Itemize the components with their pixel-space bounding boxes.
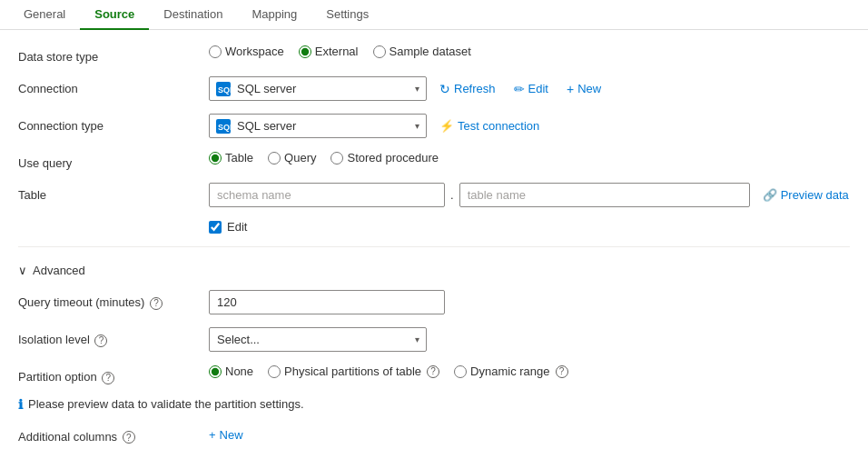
advanced-divider: [18, 246, 850, 247]
radio-workspace[interactable]: Workspace: [209, 45, 284, 58]
info-icon: ℹ: [18, 397, 23, 412]
radio-sample-dataset-input[interactable]: [373, 45, 386, 58]
table-name-input[interactable]: [459, 183, 750, 207]
radio-workspace-label: Workspace: [225, 45, 284, 58]
partition-option-tooltip-icon[interactable]: ?: [102, 372, 114, 384]
refresh-label: Refresh: [454, 82, 496, 95]
table-label: Table: [18, 183, 209, 202]
edit-icon: ✏: [514, 82, 525, 96]
additional-columns-control: + New: [209, 424, 850, 445]
tab-mapping[interactable]: Mapping: [237, 0, 311, 30]
edit-row: Edit: [209, 220, 247, 234]
test-connection-label: Test connection: [458, 119, 539, 133]
table-separator: .: [450, 188, 454, 202]
isolation-level-select[interactable]: Select... None Read Uncommitted Read Com…: [209, 327, 427, 352]
radio-physical-partitions[interactable]: Physical partitions of table ?: [268, 364, 439, 378]
radio-stored-procedure-label: Stored procedure: [347, 151, 438, 165]
dynamic-range-tooltip-icon[interactable]: ?: [556, 365, 568, 378]
connection-select[interactable]: SQL server: [209, 76, 427, 101]
tab-destination[interactable]: Destination: [149, 0, 237, 30]
radio-partition-none-input[interactable]: [209, 365, 222, 378]
tab-general[interactable]: General: [9, 0, 80, 30]
radio-table[interactable]: Table: [209, 151, 253, 165]
radio-table-input[interactable]: [209, 152, 222, 165]
radio-stored-procedure[interactable]: Stored procedure: [330, 151, 438, 165]
preview-data-link[interactable]: 🔗 Preview data: [763, 188, 849, 202]
isolation-level-row: Isolation level ? Select... None Read Un…: [18, 327, 850, 352]
partition-option-row: Partition option ? None Physical partiti…: [18, 364, 850, 384]
isolation-level-select-wrapper: Select... None Read Uncommitted Read Com…: [209, 327, 427, 352]
connection-type-select-wrapper: SQL SQL server ▾: [209, 114, 427, 138]
radio-query-label: Query: [284, 151, 316, 165]
use-query-radio-group: Table Query Stored procedure: [209, 151, 439, 165]
partition-option-control: None Physical partitions of table ? Dyna…: [209, 364, 850, 378]
partition-info-text: Please preview data to validate the part…: [28, 397, 304, 411]
radio-dynamic-range-label: Dynamic range: [470, 364, 549, 378]
radio-dynamic-range-input[interactable]: [454, 365, 467, 378]
edit-connection-button[interactable]: ✏ Edit: [508, 78, 554, 100]
radio-table-label: Table: [225, 151, 253, 165]
tab-settings[interactable]: Settings: [311, 0, 383, 30]
physical-partitions-tooltip-icon[interactable]: ?: [427, 365, 439, 378]
additional-columns-label: Additional columns ?: [18, 424, 209, 444]
form-content: Data store type Workspace External Sampl…: [0, 30, 868, 459]
data-store-type-row: Data store type Workspace External Sampl…: [18, 45, 850, 64]
query-timeout-input[interactable]: [209, 290, 445, 314]
use-query-row: Use query Table Query Stored procedure: [18, 151, 850, 170]
query-timeout-control: [209, 290, 850, 314]
use-query-control: Table Query Stored procedure: [209, 151, 850, 165]
test-connection-button[interactable]: ⚡ Test connection: [434, 115, 545, 136]
new-label: New: [577, 82, 601, 95]
data-store-type-radio-group: Workspace External Sample dataset: [209, 45, 471, 58]
isolation-level-tooltip-icon[interactable]: ?: [94, 334, 107, 347]
advanced-collapse-icon: ∨: [18, 264, 27, 277]
add-new-column-button[interactable]: + New: [209, 424, 243, 445]
add-icon: +: [567, 82, 574, 96]
radio-partition-none[interactable]: None: [209, 364, 253, 378]
edit-checkbox[interactable]: [209, 221, 222, 234]
use-query-label: Use query: [18, 151, 209, 170]
connection-label: Connection: [18, 76, 209, 95]
advanced-label: Advanced: [33, 264, 85, 277]
add-icon-columns: +: [209, 428, 216, 442]
radio-sample-dataset-label: Sample dataset: [390, 45, 471, 58]
additional-columns-tooltip-icon[interactable]: ?: [123, 431, 135, 444]
radio-dynamic-range[interactable]: Dynamic range ?: [454, 364, 567, 378]
connection-type-control: SQL SQL server ▾ ⚡ Test connection: [209, 114, 850, 138]
data-store-type-control: Workspace External Sample dataset: [209, 45, 850, 58]
radio-query[interactable]: Query: [268, 151, 316, 165]
radio-external[interactable]: External: [299, 45, 359, 58]
isolation-level-control: Select... None Read Uncommitted Read Com…: [209, 327, 850, 352]
query-timeout-tooltip-icon[interactable]: ?: [150, 297, 163, 310]
radio-stored-procedure-input[interactable]: [330, 152, 343, 165]
refresh-button[interactable]: ↻ Refresh: [434, 78, 501, 100]
advanced-toggle[interactable]: ∨ Advanced: [18, 260, 850, 277]
table-inputs-row: . 🔗 Preview data: [209, 183, 849, 207]
radio-partition-none-label: None: [225, 364, 253, 378]
add-new-column-label: New: [220, 428, 243, 442]
isolation-level-label: Isolation level ?: [18, 327, 209, 347]
tab-source[interactable]: Source: [80, 0, 149, 30]
connection-control: SQL SQL server ▾ ↻ Refresh ✏ Edit + New: [209, 76, 850, 101]
radio-query-input[interactable]: [268, 152, 281, 165]
radio-physical-partitions-label: Physical partitions of table: [284, 364, 421, 378]
preview-icon: 🔗: [763, 188, 777, 202]
connection-select-wrapper: SQL SQL server ▾: [209, 76, 427, 101]
table-control: . 🔗 Preview data Edit: [209, 183, 850, 234]
query-timeout-label: Query timeout (minutes) ?: [18, 290, 209, 310]
radio-workspace-input[interactable]: [209, 45, 222, 58]
tabs-bar: General Source Destination Mapping Setti…: [0, 0, 868, 30]
connection-type-select[interactable]: SQL server: [209, 114, 427, 138]
edit-checkbox-label: Edit: [227, 220, 247, 234]
radio-external-label: External: [315, 45, 359, 58]
new-connection-button[interactable]: + New: [561, 78, 607, 100]
radio-external-input[interactable]: [299, 45, 311, 58]
radio-physical-partitions-input[interactable]: [268, 365, 281, 378]
connection-type-row: Connection type SQL SQL server ▾ ⚡ Test …: [18, 114, 850, 138]
radio-sample-dataset[interactable]: Sample dataset: [373, 45, 471, 58]
refresh-icon: ↻: [439, 82, 450, 96]
connection-row: Connection SQL SQL server ▾ ↻ Refresh: [18, 76, 850, 101]
schema-input[interactable]: [209, 183, 445, 207]
test-connection-icon: ⚡: [439, 119, 454, 133]
preview-label: Preview data: [781, 188, 849, 202]
